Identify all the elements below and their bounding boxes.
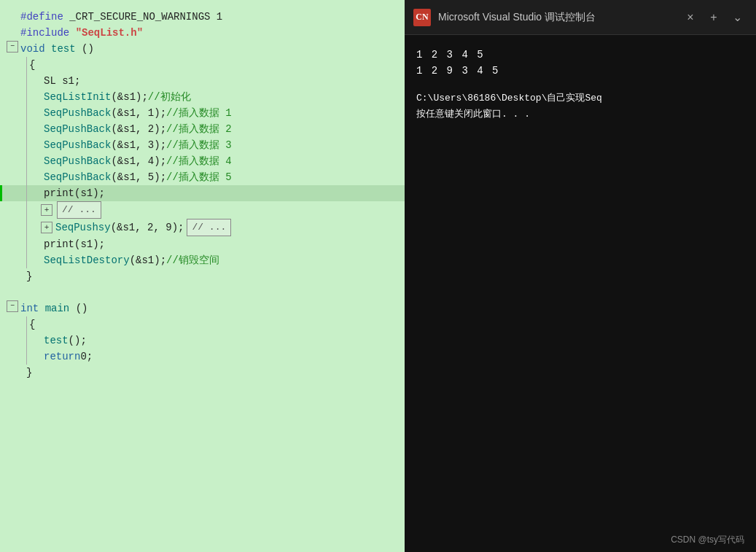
plain-text: () [76,303,88,314]
comment: //插入数据 2 [166,121,232,137]
output-line-1: 1 2 3 4 5 [416,47,744,63]
code-text: int main () [20,300,87,316]
comment: //销毁空间 [166,252,219,268]
editor-panel: #define _CRT_SECURE_NO_WARNINGS 1 #inclu… [0,0,405,552]
expand-button-13[interactable]: + [41,204,52,216]
console-app-icon: CN [413,9,431,26]
code-line-22: return 0; [0,349,405,365]
code-line-12: print(s1); [0,185,405,201]
func-call: SeqPushsy [55,219,111,236]
func-call: test [44,333,69,349]
folded-code-14[interactable]: // ... [187,219,231,236]
code-text: print(s1); [44,236,105,252]
code-line-5: SL s1; [0,73,405,89]
keyword-int: int [20,303,39,314]
output-press: 按任意键关闭此窗口. . . [416,106,744,123]
keyword-define: #define [20,11,63,23]
plain-text: () [82,43,94,55]
code-text: void test () [20,41,94,57]
new-tab-button[interactable]: + [704,7,724,28]
code-text: #define _CRT_SECURE_NO_WARNINGS 1 [20,9,222,25]
params: (&s1, 4); [111,153,166,169]
code-line-9: SeqPushBack (&s1, 3); //插入数据 3 [0,137,405,153]
function-name: test [51,43,76,55]
code-text: #include "SeqList.h" [20,25,143,41]
footer-text: CSDN @tsy写代码 [671,534,744,545]
plain-text: _CRT_SECURE_NO_WARNINGS 1 [69,11,222,23]
code-line-7: SeqPushBack (&s1, 1); //插入数据 1 [0,105,405,121]
line-indicator: − [6,300,20,312]
code-line-10: SeqPushBack (&s1, 4); //插入数据 4 [0,153,405,169]
comment: //插入数据 4 [166,153,232,169]
code-line-23: } [0,365,405,381]
keyword-return: return [44,349,80,365]
func-call: SeqPushBack [44,121,111,137]
code-text: print(s1); [44,185,105,201]
collapse-button[interactable]: − [7,41,18,53]
code-line-4: { [0,57,405,73]
params: (&s1, 2, 9); [111,219,184,236]
brace-close: } [26,268,32,284]
comment: //初始化 [148,89,191,105]
console-titlebar: CN Microsoft Visual Studio 调试控制台 × + ⌄ [405,0,756,35]
params: (&s1); [130,252,166,268]
keyword-void: void [20,43,45,55]
chevron-down-button[interactable]: ⌄ [727,7,747,28]
output-line-2: 1 2 9 3 4 5 [416,63,744,79]
code-line-2: #include "SeqList.h" [0,25,405,41]
func-call: SeqPushBack [44,169,111,185]
close-button[interactable]: × [680,7,701,28]
brace-open: { [26,316,35,333]
brace-close-main: } [26,365,32,381]
code-line-3: − void test () [0,41,405,57]
func-call: SeqListDestory [44,252,130,268]
string-value: "SeqList.h" [76,27,143,39]
params: (&s1, 5); [111,169,166,185]
params: (&s1); [111,89,147,105]
code-line-13: + // ... [0,201,405,219]
code-line-15: print(s1); [0,236,405,252]
line-indicator: − [6,41,20,53]
func-call: SeqPushBack [44,153,111,169]
code-line-16: SeqListDestory (&s1); //销毁空间 [0,252,405,268]
code-line-14: + SeqPushsy (&s1, 2, 9); // ... [0,219,405,236]
comment: //插入数据 1 [166,105,232,121]
func-call: SeqPushBack [44,105,111,121]
folded-code-13[interactable]: // ... [57,201,101,219]
code-text: SL s1; [44,73,80,89]
console-footer: CSDN @tsy写代码 [405,528,756,552]
code-line-1: #define _CRT_SECURE_NO_WARNINGS 1 [0,9,405,25]
comment: //插入数据 3 [166,137,232,153]
output-path: C:\Users\86186\Desktop\自己实现Seq [416,90,744,106]
plain-text: 0; [80,349,93,365]
comment: //插入数据 5 [166,169,232,185]
code-line-19: − int main () [0,300,405,316]
params: (&s1, 2); [111,121,166,137]
code-line-8: SeqPushBack (&s1, 2); //插入数据 2 [0,121,405,137]
console-content: 1 2 3 4 5 1 2 9 3 4 5 C:\Users\86186\Des… [405,35,756,528]
brace-open: { [26,57,35,73]
code-line-20: { [0,316,405,333]
params: (); [69,333,87,349]
params: (&s1, 3); [111,137,166,153]
keyword-include: #include [20,27,69,39]
code-line-6: SeqListInit (&s1); //初始化 [0,89,405,105]
params: (&s1, 1); [111,105,166,121]
code-line-17: } [0,268,405,284]
collapse-button-main[interactable]: − [7,300,18,312]
func-call: SeqPushBack [44,137,111,153]
code-line-18 [0,284,405,300]
code-line-21: test (); [0,333,405,349]
code-line-11: SeqPushBack (&s1, 5); //插入数据 5 [0,169,405,185]
expand-button-14[interactable]: + [41,222,52,233]
console-title: Microsoft Visual Studio 调试控制台 [438,11,677,24]
func-call: SeqListInit [44,89,111,105]
function-name-main: main [45,303,70,314]
console-panel: CN Microsoft Visual Studio 调试控制台 × + ⌄ 1… [405,0,756,552]
